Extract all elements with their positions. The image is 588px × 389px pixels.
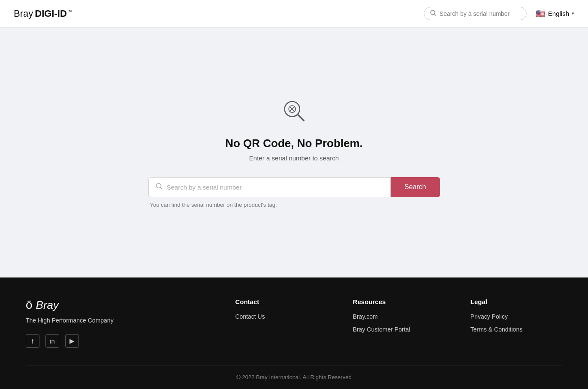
header-search-box[interactable] bbox=[424, 7, 527, 20]
header-search-icon bbox=[430, 10, 436, 17]
footer-resources-col: Resources Bray.com Bray Customer Portal bbox=[353, 298, 445, 348]
hero-subtitle: Enter a serial number to search bbox=[249, 154, 339, 162]
footer-logo-name: Bray bbox=[36, 299, 59, 312]
copyright-text: © 2022 Bray International. All Rights Re… bbox=[236, 374, 351, 380]
search-hint: You can find the serial number on the pr… bbox=[150, 202, 440, 208]
logo-digi-text: DIGI-ID™ bbox=[35, 8, 72, 19]
main-content: No QR Code, No Problem. Enter a serial n… bbox=[0, 27, 588, 277]
search-bar-row: Search bbox=[148, 177, 440, 197]
main-search-wrapper[interactable] bbox=[148, 177, 391, 197]
hero-title: No QR Code, No Problem. bbox=[225, 137, 363, 150]
bray-com-link[interactable]: Bray.com bbox=[353, 313, 445, 320]
footer-legal-title: Legal bbox=[470, 298, 562, 305]
header-search-input[interactable] bbox=[440, 10, 520, 17]
linkedin-icon[interactable]: in bbox=[45, 334, 59, 348]
svg-line-1 bbox=[434, 14, 436, 15]
footer-social: f in ▶ bbox=[26, 334, 209, 348]
header-right: 🇺🇸 English ▾ bbox=[424, 7, 574, 20]
bray-customer-portal-link[interactable]: Bray Customer Portal bbox=[353, 326, 445, 333]
footer: ō Bray The High Performance Company f in… bbox=[0, 277, 588, 389]
footer-contact-col: Contact Contact Us bbox=[235, 298, 327, 348]
contact-us-link[interactable]: Contact Us bbox=[235, 313, 327, 320]
main-search-icon bbox=[156, 183, 163, 191]
footer-resources-title: Resources bbox=[353, 298, 445, 305]
footer-bottom: © 2022 Bray International. All Rights Re… bbox=[26, 365, 562, 389]
footer-brand: ō Bray The High Performance Company f in… bbox=[26, 298, 209, 348]
footer-main: ō Bray The High Performance Company f in… bbox=[26, 298, 562, 365]
footer-logo: ō Bray bbox=[26, 298, 209, 312]
svg-line-3 bbox=[298, 115, 304, 121]
logo-bray-text: Bray bbox=[14, 8, 33, 19]
footer-contact-title: Contact bbox=[235, 298, 327, 305]
svg-line-8 bbox=[160, 187, 162, 189]
logo: Bray DIGI-ID™ bbox=[14, 8, 72, 19]
terms-conditions-link[interactable]: Terms & Conditions bbox=[470, 326, 562, 333]
privacy-policy-link[interactable]: Privacy Policy bbox=[470, 313, 562, 320]
language-label: English bbox=[548, 10, 569, 17]
language-selector[interactable]: 🇺🇸 English ▾ bbox=[535, 9, 574, 19]
search-container: Search You can find the serial number on… bbox=[148, 177, 440, 208]
facebook-icon[interactable]: f bbox=[26, 334, 39, 348]
flag-icon: 🇺🇸 bbox=[535, 9, 546, 19]
header: Bray DIGI-ID™ 🇺🇸 English ▾ bbox=[0, 0, 588, 27]
chevron-down-icon: ▾ bbox=[572, 11, 574, 16]
main-search-input[interactable] bbox=[167, 178, 383, 197]
youtube-icon[interactable]: ▶ bbox=[65, 334, 79, 348]
footer-tagline: The High Performance Company bbox=[26, 317, 209, 324]
footer-legal-col: Legal Privacy Policy Terms & Conditions bbox=[470, 298, 562, 348]
footer-logo-symbol: ō bbox=[26, 298, 33, 312]
hero-icon bbox=[280, 97, 308, 127]
search-button[interactable]: Search bbox=[391, 177, 440, 197]
